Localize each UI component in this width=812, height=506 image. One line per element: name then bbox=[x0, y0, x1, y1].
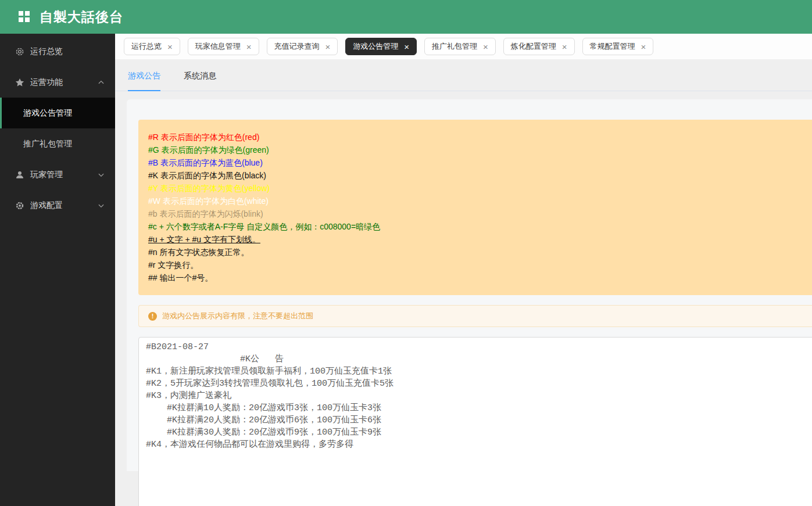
legend-line: #u + 文字 + #u 文字有下划线。 bbox=[148, 233, 809, 246]
sidebar-item-label: 游戏公告管理 bbox=[23, 108, 72, 119]
legend-line: #G 表示后面的字体为绿色(green) bbox=[148, 143, 809, 156]
page-tabbar: 运行总览 × 玩家信息管理 × 充值记录查询 × 游戏公告管理 × 推广礼包管理… bbox=[115, 34, 812, 59]
page-tab-game-announcement[interactable]: 游戏公告管理 × bbox=[345, 38, 417, 55]
chevron-down-icon bbox=[97, 171, 105, 179]
sidebar-item-player-management[interactable]: 玩家管理 bbox=[0, 159, 115, 190]
legend-line: #b 表示后面的字体为闪烁(blink) bbox=[148, 207, 809, 220]
page-tab-run-overview[interactable]: 运行总览 × bbox=[124, 38, 180, 55]
legend-line: #R 表示后面的字体为红色(red) bbox=[148, 131, 809, 143]
legend-line: #B 表示后面的字体为蓝色(blue) bbox=[148, 156, 809, 169]
color-code-legend: #R 表示后面的字体为红色(red) #G 表示后面的字体为绿色(green) … bbox=[138, 120, 812, 295]
tab-game-announcement[interactable]: 游戏公告 bbox=[128, 71, 160, 91]
grid-square bbox=[19, 17, 23, 22]
sidebar-item-promo-gift[interactable]: 推广礼包管理 bbox=[0, 128, 115, 159]
sidebar-item-game-config[interactable]: 游戏配置 bbox=[0, 190, 115, 221]
grid-square bbox=[19, 11, 23, 16]
announcement-textarea[interactable]: #B2021-08-27 #K公 告 #K1，新注册玩家找管理员领取新手福利，1… bbox=[138, 337, 812, 506]
sidebar: 运行总览 运营功能 游戏公告管理 推广礼包管理 玩家管理 bbox=[0, 34, 115, 506]
page-tab-refine-config[interactable]: 炼化配置管理 × bbox=[503, 38, 575, 55]
gauge-gear-icon bbox=[15, 46, 25, 57]
close-icon[interactable]: × bbox=[641, 42, 646, 51]
sidebar-item-label: 玩家管理 bbox=[30, 170, 63, 180]
page-tab-label: 常规配置管理 bbox=[590, 41, 635, 52]
content-area: 游戏公告 系统消息 #R 表示后面的字体为红色(red) #G 表示后面的字体为… bbox=[115, 59, 812, 506]
app-title: 自製大話後台 bbox=[40, 8, 123, 26]
close-icon[interactable]: × bbox=[325, 42, 331, 51]
page-tab-label: 推广礼包管理 bbox=[432, 41, 477, 52]
sidebar-item-label: 游戏配置 bbox=[30, 200, 63, 211]
grid-square bbox=[25, 11, 30, 16]
main-area: 运行总览 × 玩家信息管理 × 充值记录查询 × 游戏公告管理 × 推广礼包管理… bbox=[115, 34, 812, 506]
legend-line: #Y 表示后面的字体为黄色(yellow) bbox=[148, 182, 809, 195]
grid-square bbox=[25, 17, 30, 22]
page-tab-player-info[interactable]: 玩家信息管理 × bbox=[188, 38, 259, 55]
subtab-bar: 游戏公告 系统消息 bbox=[115, 71, 812, 91]
app-header: 自製大話後台 bbox=[0, 0, 812, 34]
page-tab-label: 充值记录查询 bbox=[274, 41, 320, 52]
close-icon[interactable]: × bbox=[246, 42, 252, 51]
page-tab-promo-gift[interactable]: 推广礼包管理 × bbox=[424, 38, 496, 55]
page-tab-label: 游戏公告管理 bbox=[353, 41, 398, 52]
menu-grid-icon[interactable] bbox=[19, 11, 30, 23]
warning-icon: ! bbox=[148, 312, 157, 321]
sidebar-item-label: 运营功能 bbox=[30, 77, 63, 88]
sidebar-item-run-overview[interactable]: 运行总览 bbox=[0, 36, 115, 67]
gear-icon bbox=[15, 200, 25, 211]
legend-line: #n 所有文字状态恢复正常。 bbox=[148, 246, 809, 259]
legend-line: ## 输出一个#号。 bbox=[148, 271, 809, 284]
close-icon[interactable]: × bbox=[404, 42, 409, 51]
sidebar-item-label: 推广礼包管理 bbox=[23, 139, 72, 149]
warning-alert: ! 游戏内公告展示内容有限，注意不要超出范围 bbox=[138, 305, 812, 327]
sidebar-item-label: 运行总览 bbox=[30, 46, 63, 57]
page-tab-label: 炼化配置管理 bbox=[511, 41, 556, 52]
page-tab-label: 玩家信息管理 bbox=[195, 41, 241, 52]
sidebar-item-operations[interactable]: 运营功能 bbox=[0, 67, 115, 98]
close-icon[interactable]: × bbox=[483, 42, 488, 51]
warning-alert-text: 游戏内公告展示内容有限，注意不要超出范围 bbox=[162, 311, 313, 321]
page-tab-general-config[interactable]: 常规配置管理 × bbox=[582, 38, 654, 55]
user-icon bbox=[15, 170, 25, 180]
chevron-up-icon bbox=[97, 78, 105, 87]
tab-system-message[interactable]: 系统消息 bbox=[184, 71, 216, 91]
page-tab-recharge-records[interactable]: 充值记录查询 × bbox=[267, 38, 338, 55]
close-icon[interactable]: × bbox=[562, 42, 567, 51]
legend-line: #K 表示后面的字体为黑色(black) bbox=[148, 169, 809, 182]
announcement-card: #R 表示后面的字体为红色(red) #G 表示后面的字体为绿色(green) … bbox=[127, 99, 812, 471]
legend-line: #W 表示后面的字体为白色(white) bbox=[148, 195, 809, 207]
legend-line: #c + 六个数字或者A-F字母 自定义颜色，例如：c008000=暗绿色 bbox=[148, 220, 809, 233]
legend-line: #r 文字换行。 bbox=[148, 259, 809, 271]
star-icon bbox=[15, 77, 25, 88]
page-tab-label: 运行总览 bbox=[131, 41, 162, 52]
close-icon[interactable]: × bbox=[167, 42, 173, 51]
sidebar-item-game-announcement[interactable]: 游戏公告管理 bbox=[0, 98, 115, 128]
chevron-down-icon bbox=[97, 202, 105, 210]
